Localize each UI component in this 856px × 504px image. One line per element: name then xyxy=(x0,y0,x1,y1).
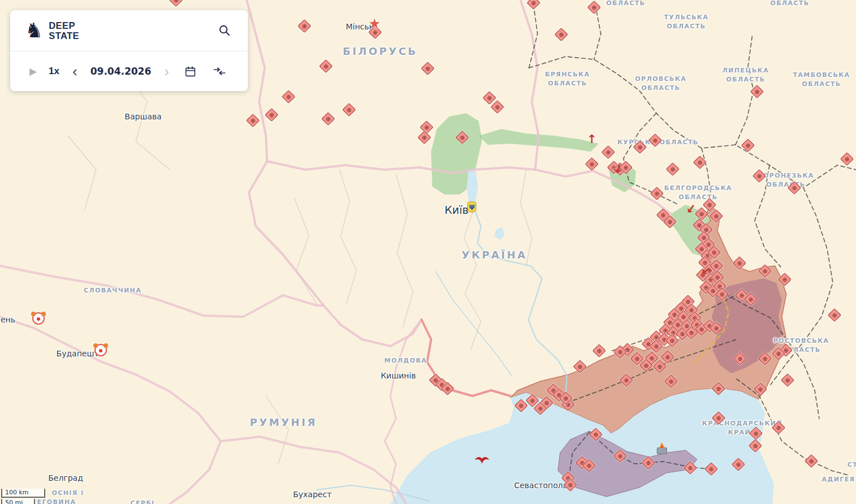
unit-emblem-icon: ⊕ xyxy=(706,201,714,209)
unit-emblem-icon: ⊕ xyxy=(761,267,769,275)
unit-emblem-icon: ⊕ xyxy=(712,324,721,333)
unit-emblem-icon: ⊕ xyxy=(669,165,677,174)
unit-emblem-icon: ⊕ xyxy=(322,62,330,71)
buh-river xyxy=(436,272,512,376)
search-button[interactable] xyxy=(216,22,233,39)
deepstate-knight-logo-icon: ♞ xyxy=(25,20,43,41)
unit-emblem-icon: ⊕ xyxy=(735,259,744,268)
unit-emblem-icon: ⊕ xyxy=(784,376,792,385)
unit-emblem-icon: ⊕ xyxy=(715,414,723,423)
unit-emblem-icon: ⊕ xyxy=(530,0,538,7)
unit-emblem-icon: ⊕ xyxy=(751,442,760,450)
unit-emblem-icon: ⊕ xyxy=(652,342,661,351)
unit-emblem-icon: ⊕ xyxy=(753,88,762,96)
unit-emblem-icon: ⊕ xyxy=(444,385,452,393)
logo-line1: DEEP xyxy=(49,20,79,31)
bird-marker[interactable] xyxy=(474,454,490,464)
unit-emblem-icon: ⊕ xyxy=(667,377,676,386)
unit-emblem-icon: ⊕ xyxy=(588,160,596,169)
scale-km: 100 km xyxy=(1,489,45,498)
attack-arrow-marker[interactable]: ↑ xyxy=(587,133,597,145)
unit-emblem-icon: ⊕ xyxy=(651,136,660,145)
unit-emblem-icon: ⊕ xyxy=(642,361,651,370)
playback-row: ▶ 1x ‹ 09.04.2026 › xyxy=(10,51,248,91)
compare-button[interactable] xyxy=(210,63,229,80)
unit-emblem-icon: ⊕ xyxy=(458,133,467,142)
unit-emblem-icon: ⊕ xyxy=(633,355,642,363)
unit-emblem-icon: ⊕ xyxy=(485,94,494,102)
control-panel: ♞ DEEP STATE ▶ 1x ‹ 09.04.2026 › xyxy=(10,10,248,91)
unit-emblem-icon: ⊕ xyxy=(420,133,429,142)
admin-line xyxy=(266,396,289,464)
unit-emblem-icon: ⊕ xyxy=(566,481,575,489)
admin-line xyxy=(521,170,532,266)
unit-emblem-icon: ⊕ xyxy=(585,462,593,470)
unit-emblem-icon: ⊕ xyxy=(686,464,695,472)
unit-emblem-icon: ⊕ xyxy=(636,143,644,152)
calendar-button[interactable] xyxy=(182,63,199,80)
unit-emblem-icon: ⊕ xyxy=(268,111,276,119)
unit-emblem-icon: ⊕ xyxy=(644,459,653,467)
unit-emblem-icon: ⊕ xyxy=(595,347,604,355)
unit-emblem-icon: ⊕ xyxy=(604,148,613,157)
scale-mi: 50 mi xyxy=(1,499,35,504)
unit-emblem-icon: ⊕ xyxy=(843,155,851,163)
unit-emblem-icon: ⊕ xyxy=(775,424,783,432)
unit-emblem-icon: ⊕ xyxy=(656,363,664,371)
logo-line2: STATE xyxy=(49,31,79,41)
next-day-button[interactable]: › xyxy=(163,64,170,79)
unit-emblem-icon: ⊕ xyxy=(755,172,764,180)
map-canvas[interactable]: ОБЛАСТЬОБЛАСТЬТУЛЬСЬКАОБЛАСТЬБРЯНСЬКАОБЛ… xyxy=(0,0,856,504)
trident-marker[interactable]: Ψ xyxy=(467,202,476,213)
border-hungary-serbia xyxy=(0,317,221,504)
play-button[interactable]: ▶ xyxy=(29,66,37,77)
unit-emblem-icon: ⊕ xyxy=(622,376,631,385)
admin-line xyxy=(68,136,96,209)
unit-emblem-icon: ⊕ xyxy=(616,348,625,356)
unit-emblem-icon: ⊕ xyxy=(668,337,677,345)
unit-emblem-icon: ⊕ xyxy=(424,64,432,73)
clown-marker[interactable] xyxy=(32,312,45,325)
admin-line xyxy=(396,174,413,327)
speed-button[interactable]: 1x xyxy=(49,66,59,77)
unit-emblem-icon: ⊕ xyxy=(653,189,661,198)
border-serbia-romania xyxy=(221,437,406,504)
unit-emblem-icon: ⊕ xyxy=(493,103,502,111)
unit-emblem-icon: ⊕ xyxy=(761,355,769,363)
border-poland-belarus xyxy=(247,0,267,161)
unit-emblem-icon: ⊕ xyxy=(747,295,755,304)
border-ukraine-west xyxy=(249,161,421,346)
date-display[interactable]: 09.04.2026 xyxy=(91,66,152,77)
unit-emblem-icon: ⊕ xyxy=(712,212,721,221)
unit-emblem-icon: ⊕ xyxy=(696,158,704,167)
admin-line xyxy=(464,208,481,350)
deepstate-logo[interactable]: DEEP STATE xyxy=(49,20,79,41)
unit-emblem-icon: ⊕ xyxy=(590,3,599,12)
unit-emblem-icon: ⊕ xyxy=(557,31,566,39)
unit-emblem-icon: ⊕ xyxy=(807,457,816,466)
star-marker[interactable]: ★ xyxy=(368,17,381,31)
unit-emblem-icon: ⊕ xyxy=(710,248,719,257)
unit-emblem-icon: ⊕ xyxy=(715,385,723,393)
unit-emblem-icon: ⊕ xyxy=(707,465,716,473)
unit-emblem-icon: ⊕ xyxy=(831,311,839,320)
unit-emblem-icon: ⊕ xyxy=(775,350,783,358)
small-lake xyxy=(494,227,505,240)
burning-facility-marker[interactable] xyxy=(657,447,667,454)
unit-emblem-icon: ⊕ xyxy=(736,355,745,363)
logo-row: ♞ DEEP STATE xyxy=(10,10,248,51)
unit-emblem-icon: ⊕ xyxy=(592,430,600,439)
dnipro-river xyxy=(474,208,567,396)
unit-emblem-icon: ⊕ xyxy=(528,397,537,405)
clown-marker[interactable] xyxy=(94,344,107,356)
border-carpathia xyxy=(0,266,324,317)
compare-arrows-icon xyxy=(213,65,226,77)
prev-day-button[interactable]: ‹ xyxy=(71,64,79,79)
unit-emblem-icon: ⊕ xyxy=(781,275,789,284)
admin-line xyxy=(339,170,356,304)
unit-emblem-icon: ⊕ xyxy=(790,184,799,192)
unit-emblem-icon: ⊕ xyxy=(616,452,625,460)
unit-emblem-icon: ⊕ xyxy=(666,218,674,226)
unit-emblem-icon: ⊕ xyxy=(536,404,545,413)
unit-emblem-icon: ⊕ xyxy=(172,0,180,5)
